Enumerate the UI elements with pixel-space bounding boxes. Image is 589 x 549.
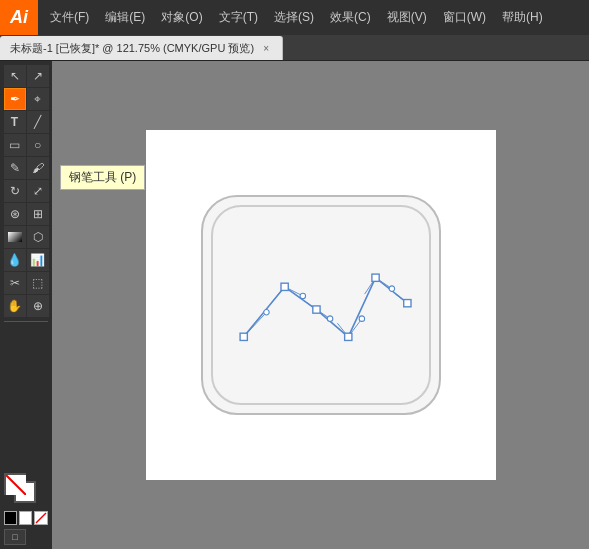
scale-tool[interactable]: ⤢ bbox=[27, 180, 49, 202]
paintbrush-tool[interactable]: 🖌 bbox=[27, 157, 49, 179]
rect-icon: ▭ bbox=[9, 139, 20, 151]
curvature-icon: ⌖ bbox=[34, 93, 41, 105]
handle-dot-5 bbox=[389, 286, 394, 291]
blend-icon: ⬡ bbox=[33, 231, 43, 243]
hand-tool[interactable]: ✋ bbox=[4, 295, 26, 317]
chart-tool[interactable]: 📊 bbox=[27, 249, 49, 271]
document-tab[interactable]: 未标题-1 [已恢复]* @ 121.75% (CMYK/GPU 预览) × bbox=[0, 36, 283, 60]
anchor-1 bbox=[240, 333, 247, 340]
pen-tool[interactable]: ✒ bbox=[4, 88, 26, 110]
tab-bar: 未标题-1 [已恢复]* @ 121.75% (CMYK/GPU 预览) × bbox=[0, 35, 589, 61]
toolbar: ↖ ↗ ✒ ⌖ T ╱ ▭ bbox=[0, 61, 52, 549]
scale-icon: ⤢ bbox=[33, 185, 43, 197]
eyedropper-tool[interactable]: 💧 bbox=[4, 249, 26, 271]
menu-view[interactable]: 视图(V) bbox=[379, 0, 435, 35]
handle-dot-1 bbox=[263, 310, 268, 315]
warp-tool[interactable]: ⊛ bbox=[4, 203, 26, 225]
tool-row-transform: ↻ ⤢ bbox=[0, 180, 52, 202]
tool-row-cut: ✂ ⬚ bbox=[0, 272, 52, 294]
menu-window[interactable]: 窗口(W) bbox=[435, 0, 494, 35]
gradient-tool[interactable] bbox=[4, 226, 26, 248]
rect-tool[interactable]: ▭ bbox=[4, 134, 26, 156]
blend-tool[interactable]: ⬡ bbox=[27, 226, 49, 248]
handle-dot-2 bbox=[300, 293, 305, 298]
zoom-icon: ⊕ bbox=[33, 300, 43, 312]
direct-select-icon: ↗ bbox=[33, 70, 43, 82]
anchor-2 bbox=[281, 283, 288, 290]
no-color-swatch[interactable] bbox=[34, 511, 48, 525]
select-tool[interactable]: ↖ bbox=[4, 65, 26, 87]
rotate-icon: ↻ bbox=[10, 185, 20, 197]
line-tool[interactable]: ╱ bbox=[27, 111, 49, 133]
tool-row-navigate: ✋ ⊕ bbox=[0, 295, 52, 317]
tool-row-pen: ✒ ⌖ bbox=[0, 88, 52, 110]
menu-object[interactable]: 对象(O) bbox=[153, 0, 210, 35]
icon-background bbox=[201, 195, 441, 415]
menu-select[interactable]: 选择(S) bbox=[266, 0, 322, 35]
app-logo: Ai bbox=[0, 0, 38, 35]
warp-icon: ⊛ bbox=[10, 208, 20, 220]
menu-help[interactable]: 帮助(H) bbox=[494, 0, 551, 35]
menu-effect[interactable]: 效果(C) bbox=[322, 0, 379, 35]
anchor-4 bbox=[344, 333, 351, 340]
eraser-tool[interactable]: ⬚ bbox=[27, 272, 49, 294]
document-canvas[interactable] bbox=[146, 130, 496, 480]
pen-tool-tooltip: 钢笔工具 (P) bbox=[60, 165, 145, 190]
ellipse-icon: ○ bbox=[34, 139, 41, 151]
hand-icon: ✋ bbox=[7, 300, 22, 312]
anchor-6 bbox=[403, 300, 410, 307]
black-swatch[interactable] bbox=[4, 511, 17, 525]
white-swatch[interactable] bbox=[19, 511, 32, 525]
mesh-icon: ⊞ bbox=[33, 208, 43, 220]
path-drawing bbox=[221, 225, 421, 385]
line-icon: ╱ bbox=[34, 116, 41, 128]
curvature-tool[interactable]: ⌖ bbox=[27, 88, 49, 110]
fill-color-box[interactable] bbox=[4, 473, 26, 495]
svg-line-2 bbox=[36, 513, 46, 523]
paintbrush-icon: 🖌 bbox=[32, 162, 44, 174]
handle-dot-3 bbox=[327, 316, 332, 321]
tool-row-warp: ⊛ ⊞ bbox=[0, 203, 52, 225]
color-boxes bbox=[4, 473, 48, 509]
type-tool[interactable]: T bbox=[4, 111, 26, 133]
tool-row-select: ↖ ↗ bbox=[0, 65, 52, 87]
menu-file[interactable]: 文件(F) bbox=[42, 0, 97, 35]
tab-label: 未标题-1 [已恢复]* @ 121.75% (CMYK/GPU 预览) bbox=[10, 41, 254, 56]
handle-dot-4 bbox=[359, 316, 364, 321]
tool-row-draw: ✎ 🖌 bbox=[0, 157, 52, 179]
title-bar: Ai 文件(F) 编辑(E) 对象(O) 文字(T) 选择(S) 效果(C) 视… bbox=[0, 0, 589, 35]
scissors-tool[interactable]: ✂ bbox=[4, 272, 26, 294]
main-layout: ↖ ↗ ✒ ⌖ T ╱ ▭ bbox=[0, 61, 589, 549]
tool-row-shape: ▭ ○ bbox=[0, 134, 52, 156]
screen-mode-button[interactable]: □ bbox=[4, 529, 26, 545]
pencil-tool[interactable]: ✎ bbox=[4, 157, 26, 179]
select-icon: ↖ bbox=[10, 70, 20, 82]
menu-bar: 文件(F) 编辑(E) 对象(O) 文字(T) 选择(S) 效果(C) 视图(V… bbox=[38, 0, 551, 35]
menu-type[interactable]: 文字(T) bbox=[211, 0, 266, 35]
type-icon: T bbox=[11, 116, 18, 128]
tool-row-gradient: ⬡ bbox=[0, 226, 52, 248]
scissors-icon: ✂ bbox=[10, 277, 20, 289]
tab-close-button[interactable]: × bbox=[260, 42, 272, 54]
no-color-icon bbox=[35, 512, 47, 524]
menu-edit[interactable]: 编辑(E) bbox=[97, 0, 153, 35]
chart-icon: 📊 bbox=[30, 254, 45, 266]
zoom-tool[interactable]: ⊕ bbox=[27, 295, 49, 317]
screen-mode-icon: □ bbox=[12, 532, 17, 542]
path-stroke bbox=[243, 278, 407, 337]
tool-row-misc: 💧 📊 bbox=[0, 249, 52, 271]
gradient-icon bbox=[8, 232, 22, 242]
direct-select-tool[interactable]: ↗ bbox=[27, 65, 49, 87]
anchor-3 bbox=[312, 306, 319, 313]
pen-icon: ✒ bbox=[10, 93, 20, 105]
rotate-tool[interactable]: ↻ bbox=[4, 180, 26, 202]
mesh-tool[interactable]: ⊞ bbox=[27, 203, 49, 225]
ellipse-tool[interactable]: ○ bbox=[27, 134, 49, 156]
tool-row-type: T ╱ bbox=[0, 111, 52, 133]
toolbar-separator bbox=[4, 321, 48, 322]
canvas-area: 钢笔工具 (P) bbox=[52, 61, 589, 549]
anchor-5 bbox=[371, 274, 378, 281]
pencil-icon: ✎ bbox=[10, 162, 20, 174]
tooltip-text: 钢笔工具 (P) bbox=[69, 170, 136, 184]
default-colors-row bbox=[4, 511, 48, 525]
